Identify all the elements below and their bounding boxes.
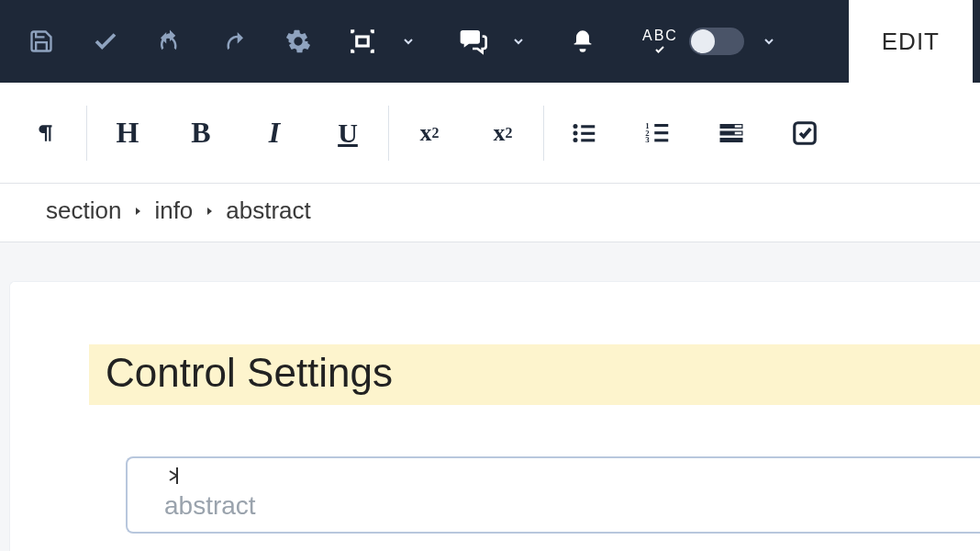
bullet-list-button[interactable]: [548, 106, 621, 161]
check-icon: [92, 28, 119, 55]
definition-list-icon: [718, 119, 745, 147]
separator: [543, 106, 544, 161]
spellcheck-toggle[interactable]: [689, 28, 744, 55]
breadcrumb-item[interactable]: abstract: [226, 197, 311, 225]
svg-rect-12: [654, 139, 668, 141]
toggle-knob: [691, 29, 715, 53]
gear-icon: [285, 28, 311, 54]
svg-rect-10: [654, 131, 668, 134]
save-icon: [28, 28, 54, 54]
abstract-input[interactable]: abstract: [126, 456, 980, 534]
breadcrumb: section info abstract: [0, 184, 980, 242]
format-toolbar: H B I U x2 x2 123: [0, 83, 980, 184]
checklist-icon: [791, 119, 819, 147]
numbered-list-icon: 123: [644, 119, 672, 147]
layout-dropdown[interactable]: [395, 34, 422, 49]
svg-rect-16: [735, 125, 742, 128]
separator: [86, 106, 87, 161]
definition-list-button[interactable]: [695, 106, 768, 161]
separator: [388, 106, 389, 161]
breadcrumb-separator: [204, 205, 215, 218]
spellcheck-button[interactable]: ABC: [642, 28, 678, 55]
editor-area: Control Settings abstract: [9, 281, 980, 551]
svg-point-1: [574, 124, 578, 129]
comments-button[interactable]: [440, 0, 505, 83]
svg-rect-8: [654, 124, 668, 127]
comments-dropdown[interactable]: [505, 34, 532, 49]
screen-icon: [349, 28, 376, 55]
paragraph-button[interactable]: [9, 106, 83, 161]
chevron-right-icon: [132, 205, 143, 218]
layout-button[interactable]: [330, 0, 395, 83]
chevron-down-icon: [762, 34, 776, 49]
svg-text:3: 3: [645, 135, 650, 144]
chevron-down-icon: [401, 34, 416, 49]
pilcrow-icon: [34, 119, 58, 147]
svg-rect-4: [581, 131, 595, 134]
redo-icon: [220, 28, 248, 55]
svg-marker-19: [136, 208, 140, 215]
bullet-list-icon: [571, 119, 598, 147]
redo-button[interactable]: [202, 0, 266, 83]
svg-rect-15: [720, 138, 743, 142]
cursor-icon: [166, 466, 183, 486]
svg-rect-0: [357, 37, 369, 46]
breadcrumb-item[interactable]: info: [154, 197, 193, 225]
bell-icon: [570, 28, 596, 54]
chevron-down-icon: [511, 34, 526, 49]
spellcheck-dropdown[interactable]: [755, 34, 783, 49]
subscript-button[interactable]: x2: [466, 106, 540, 161]
undo-icon: [156, 28, 184, 55]
undo-button[interactable]: [138, 0, 202, 83]
toolbar-edge: [973, 0, 980, 83]
save-button[interactable]: [9, 0, 73, 83]
breadcrumb-separator: [132, 205, 143, 218]
check-icon: [651, 44, 668, 55]
numbered-list-button[interactable]: 123: [621, 106, 695, 161]
breadcrumb-item[interactable]: section: [46, 197, 121, 225]
abstract-placeholder: abstract: [164, 491, 962, 521]
notifications-button[interactable]: [551, 0, 615, 83]
svg-rect-6: [581, 139, 595, 141]
spellcheck-label: ABC: [642, 28, 678, 44]
document-title[interactable]: Control Settings: [89, 344, 980, 405]
superscript-button[interactable]: x2: [393, 106, 466, 161]
validate-button[interactable]: [73, 0, 138, 83]
checklist-button[interactable]: [768, 106, 841, 161]
chevron-right-icon: [204, 205, 215, 218]
tab-edit[interactable]: EDIT: [849, 0, 973, 83]
svg-rect-2: [581, 125, 595, 128]
svg-marker-20: [207, 208, 212, 215]
italic-button[interactable]: I: [238, 106, 311, 161]
svg-rect-17: [735, 131, 742, 134]
underline-button[interactable]: U: [311, 106, 384, 161]
settings-button[interactable]: [266, 0, 330, 83]
bold-button[interactable]: B: [164, 106, 238, 161]
comments-icon: [458, 27, 487, 56]
heading-button[interactable]: H: [91, 106, 164, 161]
main-toolbar: ABC EDIT: [0, 0, 980, 83]
svg-point-5: [574, 138, 578, 142]
svg-point-3: [574, 130, 578, 135]
